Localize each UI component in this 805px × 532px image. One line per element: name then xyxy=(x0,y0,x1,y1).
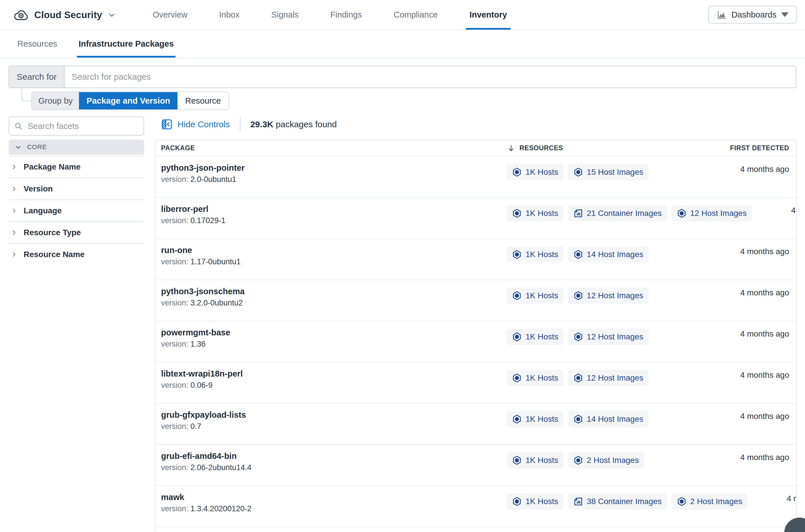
chevron-right-icon xyxy=(11,229,18,236)
table-row-grub-gfxpayload-lists[interactable]: grub-gfxpayload-lists version: 0.7 1K Ho… xyxy=(155,403,796,444)
group-by-option-package-and-version[interactable]: Package and Version xyxy=(79,92,178,109)
badge-1k-hosts[interactable]: 1K Hosts xyxy=(507,205,564,221)
table-row-liberror-perl[interactable]: liberror-perl version: 0.17029-1 1K Host… xyxy=(155,197,796,239)
package-name[interactable]: grub-efi-amd64-bin xyxy=(161,451,507,461)
hexagon-host-icon xyxy=(512,167,522,177)
badge-1k-hosts[interactable]: 1K Hosts xyxy=(507,164,564,180)
badge-2-host-images[interactable]: 2 Host Images xyxy=(672,493,748,510)
hexagon-host-icon xyxy=(573,291,583,301)
badge-15-host-images[interactable]: 15 Host Images xyxy=(568,164,648,180)
dashboards-label: Dashboards xyxy=(732,10,776,20)
first-detected-value: 4 months ago xyxy=(701,362,796,403)
package-name[interactable]: python3-json-pointer xyxy=(161,163,507,173)
chevron-down-icon xyxy=(14,144,22,151)
column-header-package: PACKAGE xyxy=(161,144,507,152)
badge-1k-hosts[interactable]: 1K Hosts xyxy=(507,329,564,345)
badge-12-host-images[interactable]: 12 Host Images xyxy=(568,329,648,345)
top-nav: Cloud Security OverviewInboxSignalsFindi… xyxy=(0,0,805,30)
group-by-label: Group by xyxy=(32,92,79,109)
package-name[interactable]: grub-gfxpayload-lists xyxy=(161,410,507,420)
facet-item-language[interactable]: Language xyxy=(8,200,144,221)
facet-section-label: CORE xyxy=(27,144,47,151)
badge-14-host-images[interactable]: 14 Host Images xyxy=(568,246,648,263)
results-count: 29.3K packages found xyxy=(250,119,337,129)
badge-38-container-images[interactable]: 38 Container Images xyxy=(568,493,667,510)
hexagon-host-icon xyxy=(573,455,583,465)
package-name[interactable]: python3-jsonschema xyxy=(161,286,507,297)
results-controls: Hide Controls 29.3K packages found xyxy=(161,117,337,131)
nav-item-findings[interactable]: Findings xyxy=(327,0,366,30)
package-version: version: 2.0-0ubuntu1 xyxy=(161,175,507,184)
package-search-input[interactable] xyxy=(65,66,796,88)
hexagon-host-icon xyxy=(573,373,583,383)
table-row-python3-jsonschema[interactable]: python3-jsonschema version: 3.2.0-0ubunt… xyxy=(155,280,796,321)
hexagon-host-icon xyxy=(677,497,687,506)
column-header-first-detected: FIRST DETECTED xyxy=(701,144,796,152)
table-row-libtext-wrapi18n-perl[interactable]: libtext-wrapi18n-perl version: 0.06-9 1K… xyxy=(155,362,796,403)
nav-item-overview[interactable]: Overview xyxy=(149,0,191,30)
nav-item-inventory[interactable]: Inventory xyxy=(466,0,511,30)
tab-infrastructure-packages[interactable]: Infrastructure Packages xyxy=(77,30,176,58)
hexagon-host-icon xyxy=(573,250,583,259)
group-by-control: Group by Package and VersionResource xyxy=(31,92,229,110)
area-chart-icon xyxy=(716,10,727,20)
chevron-right-icon xyxy=(11,185,18,193)
badge-21-container-images[interactable]: 21 Container Images xyxy=(568,205,667,221)
facet-item-label: Package Name xyxy=(24,163,81,172)
facet-item-resource-name[interactable]: Resource Name xyxy=(8,243,144,265)
table-row-grub-efi-amd64-bin[interactable]: grub-efi-amd64-bin version: 2.06-2ubuntu… xyxy=(155,444,796,486)
resource-badges: 1K Hosts 12 Host Images xyxy=(507,280,701,321)
hide-controls-button[interactable]: Hide Controls xyxy=(161,118,230,130)
first-detected-value: 4 months ago xyxy=(701,280,796,321)
dashboards-button[interactable]: Dashboards xyxy=(709,6,797,24)
product-title: Cloud Security xyxy=(34,10,102,20)
badge-1k-hosts[interactable]: 1K Hosts xyxy=(507,452,564,468)
badge-1k-hosts[interactable]: 1K Hosts xyxy=(507,493,564,510)
facet-item-version[interactable]: Version xyxy=(8,178,144,200)
table-header: PACKAGE RESOURCES FIRST DETECTED xyxy=(155,140,796,156)
facet-search-input[interactable] xyxy=(27,121,139,131)
nav-item-signals[interactable]: Signals xyxy=(268,0,302,30)
badge-14-host-images[interactable]: 14 Host Images xyxy=(568,411,648,427)
badge-1k-hosts[interactable]: 1K Hosts xyxy=(507,411,564,427)
nav-item-compliance[interactable]: Compliance xyxy=(390,0,441,30)
table-row-mawk[interactable]: mawk version: 1.3.4.20200120-2 1K Hosts … xyxy=(155,486,796,527)
facet-item-label: Resource Name xyxy=(24,250,85,259)
package-name[interactable]: libtext-wrapi18n-perl xyxy=(161,368,507,379)
badge-12-host-images[interactable]: 12 Host Images xyxy=(568,288,648,304)
hexagon-host-icon xyxy=(677,208,687,218)
package-name[interactable]: mawk xyxy=(161,492,507,502)
package-name[interactable]: run-one xyxy=(161,245,507,255)
table-row-powermgmt-base[interactable]: powermgmt-base version: 1.36 1K Hosts 12… xyxy=(155,321,796,362)
vertical-divider xyxy=(240,117,241,131)
badge-2-host-images[interactable]: 2 Host Images xyxy=(568,452,644,468)
package-name[interactable]: liberror-perl xyxy=(161,204,507,214)
hide-controls-label: Hide Controls xyxy=(178,119,230,129)
badge-1k-hosts[interactable]: 1K Hosts xyxy=(507,370,564,386)
nav-item-inbox[interactable]: Inbox xyxy=(216,0,243,30)
first-detected-value: 4 months ago xyxy=(701,445,796,486)
collapse-panel-icon xyxy=(161,118,173,130)
groupby-connector-line xyxy=(22,88,32,101)
badge-12-host-images[interactable]: 12 Host Images xyxy=(672,205,752,221)
chevron-down-icon xyxy=(108,11,116,19)
facet-item-package-name[interactable]: Package Name xyxy=(8,156,144,178)
hexagon-host-icon xyxy=(512,332,522,342)
product-switcher[interactable]: Cloud Security xyxy=(13,0,116,30)
column-header-resources[interactable]: RESOURCES xyxy=(507,144,701,153)
tab-resources[interactable]: Resources xyxy=(16,30,59,58)
resource-badges: 1K Hosts 14 Host Images xyxy=(507,404,701,444)
badge-12-host-images[interactable]: 12 Host Images xyxy=(568,370,648,386)
facet-item-resource-type[interactable]: Resource Type xyxy=(8,221,144,243)
badge-1k-hosts[interactable]: 1K Hosts xyxy=(507,246,564,263)
table-row-python3-json-pointer[interactable]: python3-json-pointer version: 2.0-0ubunt… xyxy=(155,156,796,197)
group-by-option-resource[interactable]: Resource xyxy=(178,92,228,109)
badge-1k-hosts[interactable]: 1K Hosts xyxy=(507,288,564,304)
hexagon-host-icon xyxy=(512,414,522,424)
table-row-run-one[interactable]: run-one version: 1.17-0ubuntu1 1K Hosts … xyxy=(155,239,796,280)
primary-nav: OverviewInboxSignalsFindingsComplianceIn… xyxy=(137,0,523,30)
hexagon-host-icon xyxy=(512,208,522,218)
facet-section-core[interactable]: CORE xyxy=(8,140,144,155)
package-name[interactable]: powermgmt-base xyxy=(161,327,507,338)
chevron-right-icon xyxy=(11,251,18,258)
